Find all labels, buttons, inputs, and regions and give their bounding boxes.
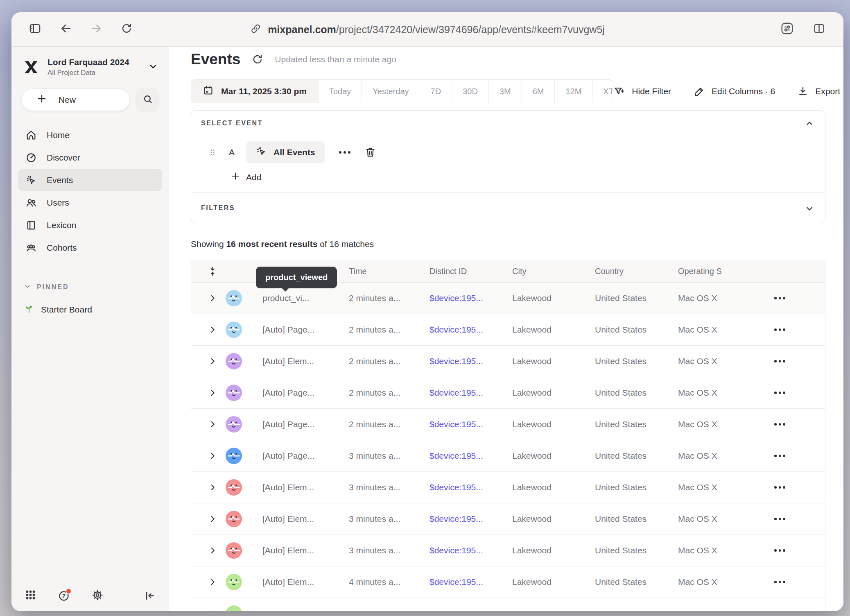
sidebar-item-lexicon[interactable]: Lexicon <box>18 214 162 236</box>
forward-icon[interactable] <box>90 22 103 36</box>
chevron-right-icon[interactable] <box>199 514 226 523</box>
distinct-id-link[interactable]: $device:195... <box>430 577 512 587</box>
hide-filter-button[interactable]: Hide Filter <box>613 86 671 97</box>
date-picker[interactable]: Mar 11, 2025 3:30 pm <box>191 80 318 103</box>
range-30d[interactable]: 30D <box>452 80 488 103</box>
row-actions-icon[interactable] <box>769 581 825 583</box>
sidebar-item-discover[interactable]: Discover <box>18 147 162 168</box>
row-actions-icon[interactable] <box>769 486 825 489</box>
gear-icon[interactable] <box>91 589 104 603</box>
row-actions-icon[interactable] <box>769 423 825 426</box>
row-actions-icon[interactable] <box>769 392 825 394</box>
page-title: Events <box>191 51 240 68</box>
table-row[interactable]: [Auto] Elem... 4 minutes a... $device:19… <box>191 566 825 598</box>
clause-options-icon[interactable] <box>337 151 353 154</box>
chevron-right-icon[interactable] <box>199 388 226 397</box>
pinned-item-starter-board[interactable]: Starter Board <box>11 292 169 316</box>
distinct-id-link[interactable]: $device:195... <box>430 546 512 555</box>
drag-handle-icon[interactable] <box>208 147 217 157</box>
chevron-down-icon[interactable] <box>805 204 814 215</box>
back-icon[interactable] <box>59 22 72 36</box>
chevron-right-icon[interactable] <box>199 357 226 366</box>
row-actions-icon[interactable] <box>769 297 825 299</box>
chevron-right-icon[interactable] <box>199 578 226 587</box>
column-header-distinct-id[interactable]: Distinct ID <box>430 267 512 276</box>
row-actions-icon[interactable] <box>769 455 825 457</box>
distinct-id-link[interactable]: $device:195... <box>430 451 512 461</box>
calendar-icon <box>203 85 214 98</box>
discover-icon <box>25 152 37 163</box>
search-button[interactable] <box>136 88 159 111</box>
range-xtd[interactable]: XTD <box>592 80 613 103</box>
distinct-id-link[interactable]: $device:195... <box>430 419 512 429</box>
help-icon[interactable] <box>58 590 70 602</box>
chevron-down-icon <box>148 61 158 73</box>
users-icon <box>25 197 37 208</box>
collapse-rows-icon[interactable] <box>199 266 226 277</box>
sidebar-item-events[interactable]: Events <box>18 169 162 191</box>
row-actions-icon[interactable] <box>769 549 825 552</box>
sidebar-toggle-icon[interactable] <box>29 22 41 36</box>
apps-grid-icon[interactable] <box>25 589 36 602</box>
page-settings-icon[interactable] <box>780 22 794 37</box>
distinct-id-link[interactable]: $device:195... <box>430 482 512 492</box>
table-row[interactable]: [Auto] Page... 2 minutes a... $device:19… <box>191 377 825 409</box>
range-7d[interactable]: 7D <box>420 80 452 103</box>
table-row[interactable]: [Auto] Page... 2 minutes a... $device:19… <box>191 314 825 346</box>
chevron-right-icon[interactable] <box>199 546 226 555</box>
table-row[interactable]: [Auto] Page... 3 minutes a... $device:19… <box>191 440 825 472</box>
url-domain: mixpanel.com <box>268 23 336 35</box>
edit-columns-button[interactable]: Edit Columns · 6 <box>693 86 775 97</box>
event-selector-chip[interactable]: All Events <box>246 141 325 163</box>
row-actions-icon[interactable] <box>769 360 825 362</box>
event-avatar <box>226 479 242 496</box>
table-row[interactable]: [Auto] Page... 2 minutes a... $device:19… <box>191 409 825 440</box>
new-button[interactable]: New <box>21 88 130 111</box>
distinct-id-link[interactable]: $device:195... <box>430 388 512 398</box>
refresh-data-icon[interactable] <box>252 54 263 65</box>
row-actions-icon[interactable] <box>769 518 825 520</box>
chevron-right-icon[interactable] <box>199 483 226 492</box>
chevron-right-icon[interactable] <box>199 609 226 611</box>
table-row-partial[interactable] <box>191 598 825 611</box>
column-header-country[interactable]: Country <box>595 267 678 276</box>
distinct-id-link[interactable]: $device:195... <box>430 293 512 303</box>
sidebar-item-cohorts[interactable]: Cohorts <box>18 237 162 258</box>
trash-icon[interactable] <box>364 146 376 158</box>
export-button[interactable]: Export <box>797 86 840 97</box>
range-yesterday[interactable]: Yesterday <box>362 80 419 103</box>
table-row[interactable]: [Auto] Elem... 3 minutes a... $device:19… <box>191 503 825 535</box>
chevron-right-icon[interactable] <box>199 325 226 334</box>
distinct-id-link[interactable]: $device:195... <box>430 356 512 366</box>
table-row[interactable]: [Auto] Elem... 2 minutes a... $device:19… <box>191 346 825 377</box>
split-view-icon[interactable] <box>813 22 825 36</box>
refresh-page-icon[interactable] <box>121 23 133 36</box>
add-event-button[interactable]: Add <box>231 171 261 183</box>
event-avatar <box>226 542 242 559</box>
sprout-icon <box>24 303 34 316</box>
column-header-city[interactable]: City <box>512 267 595 276</box>
row-actions-icon[interactable] <box>769 328 825 331</box>
range-12m[interactable]: 12M <box>554 80 592 103</box>
range-3m[interactable]: 3M <box>488 80 522 103</box>
project-switcher[interactable]: Lord Farquaad 2024 All Project Data <box>11 47 169 79</box>
distinct-id-link[interactable]: $device:195... <box>430 325 512 335</box>
chevron-right-icon[interactable] <box>199 420 226 429</box>
chevron-up-icon[interactable] <box>805 119 814 130</box>
sidebar-item-label: Events <box>47 175 73 185</box>
distinct-id-link[interactable]: $device:195... <box>430 514 512 524</box>
address-bar[interactable]: mixpanel.com/project/3472420/view/397469… <box>250 23 605 36</box>
column-header-os[interactable]: Operating S <box>678 267 769 276</box>
events-table: Time Distinct ID City Country Operating … <box>191 260 825 611</box>
column-header-time[interactable]: Time <box>349 267 430 276</box>
chevron-right-icon[interactable] <box>199 294 226 303</box>
sidebar-item-home[interactable]: Home <box>18 124 162 146</box>
pinned-section-header[interactable]: PINNED <box>11 270 169 292</box>
chevron-right-icon[interactable] <box>199 451 226 460</box>
table-row[interactable]: [Auto] Elem... 3 minutes a... $device:19… <box>191 472 825 503</box>
table-row[interactable]: [Auto] Elem... 3 minutes a... $device:19… <box>191 535 825 566</box>
sidebar-item-users[interactable]: Users <box>18 192 162 213</box>
range-today[interactable]: Today <box>318 80 362 103</box>
range-6m[interactable]: 6M <box>522 80 555 103</box>
collapse-sidebar-icon[interactable] <box>144 590 156 602</box>
